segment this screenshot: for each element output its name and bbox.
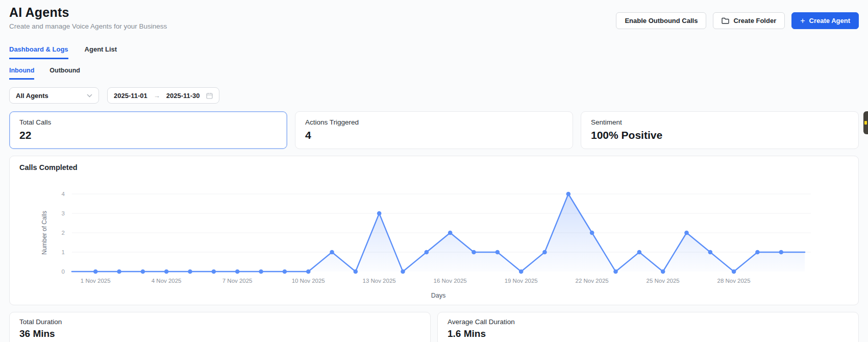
- main-tab-bar: Dashboard & Logs Agent List: [9, 45, 859, 59]
- feedback-edge-tab[interactable]: [863, 111, 868, 134]
- chart-point[interactable]: [188, 270, 192, 274]
- chart-point[interactable]: [519, 270, 524, 274]
- svg-text:28 Nov 2025: 28 Nov 2025: [717, 278, 751, 284]
- chart-point[interactable]: [566, 192, 571, 197]
- chart-point[interactable]: [353, 270, 358, 274]
- svg-text:10 Nov 2025: 10 Nov 2025: [292, 278, 325, 284]
- chart-point[interactable]: [425, 250, 429, 255]
- stat-label: Sentiment: [591, 118, 849, 126]
- tab-agent-list[interactable]: Agent List: [85, 45, 117, 59]
- svg-text:2: 2: [62, 230, 65, 236]
- svg-text:19 Nov 2025: 19 Nov 2025: [505, 278, 538, 284]
- chart-point[interactable]: [283, 270, 287, 274]
- chart-point[interactable]: [542, 250, 547, 255]
- svg-text:Days: Days: [431, 292, 445, 299]
- chart-point[interactable]: [613, 270, 618, 274]
- stat-card-average-call-duration[interactable]: Average Call Duration 1.6 Mins: [437, 312, 859, 342]
- stat-card-total-calls[interactable]: Total Calls 22: [9, 111, 287, 149]
- chart-point[interactable]: [117, 270, 121, 274]
- create-folder-button[interactable]: Create Folder: [713, 12, 785, 29]
- stat-label: Average Call Duration: [448, 318, 849, 326]
- subtab-inbound[interactable]: Inbound: [9, 67, 34, 80]
- chart-title: Calls Completed: [18, 163, 850, 172]
- svg-text:1: 1: [62, 249, 65, 255]
- svg-text:1 Nov 2025: 1 Nov 2025: [81, 278, 111, 284]
- arrow-right-icon: →: [154, 92, 160, 100]
- date-end-value: 2025-11-30: [166, 92, 200, 100]
- chart-point[interactable]: [590, 231, 594, 235]
- stat-value: 36 Mins: [19, 328, 420, 339]
- calendar-icon: [206, 92, 213, 99]
- create-agent-label: Create Agent: [809, 17, 850, 25]
- subtab-outbound[interactable]: Outbound: [49, 67, 80, 80]
- chart-point[interactable]: [164, 270, 169, 274]
- stat-value: 22: [19, 129, 277, 141]
- header-actions: Enable Outbound Calls Create Folder + Cr…: [616, 12, 859, 29]
- stat-label: Actions Triggered: [305, 118, 563, 126]
- stat-card-sentiment[interactable]: Sentiment 100% Positive: [581, 111, 859, 149]
- svg-text:3: 3: [62, 210, 65, 216]
- svg-text:7 Nov 2025: 7 Nov 2025: [222, 278, 253, 284]
- stat-label: Total Calls: [19, 118, 277, 126]
- stat-card-actions-triggered[interactable]: Actions Triggered 4: [295, 111, 573, 149]
- chart-point[interactable]: [93, 270, 98, 274]
- enable-outbound-calls-label: Enable Outbound Calls: [625, 17, 698, 25]
- chart-point[interactable]: [684, 231, 689, 235]
- sub-tab-bar: Inbound Outbound: [9, 67, 859, 80]
- stat-value: 1.6 Mins: [448, 328, 849, 339]
- create-agent-button[interactable]: + Create Agent: [791, 12, 859, 29]
- chart-point[interactable]: [306, 270, 311, 274]
- svg-text:4: 4: [62, 191, 65, 197]
- svg-text:25 Nov 2025: 25 Nov 2025: [647, 278, 680, 284]
- folder-icon: [722, 17, 729, 24]
- date-start-value: 2025-11-01: [114, 92, 147, 100]
- chart-point[interactable]: [330, 250, 334, 255]
- chart-point[interactable]: [472, 250, 476, 255]
- chart-point[interactable]: [235, 270, 240, 274]
- chart-point[interactable]: [259, 270, 263, 274]
- chart-point[interactable]: [401, 270, 405, 274]
- date-range-picker[interactable]: 2025-11-01 → 2025-11-30: [107, 87, 219, 104]
- chart-point[interactable]: [495, 250, 500, 255]
- svg-text:16 Nov 2025: 16 Nov 2025: [434, 278, 467, 284]
- stat-card-row: Total Calls 22 Actions Triggered 4 Senti…: [9, 111, 859, 149]
- chart-point[interactable]: [708, 250, 713, 255]
- chart-point[interactable]: [212, 270, 216, 274]
- calls-completed-chart[interactable]: 01234Number of Calls1 Nov 20254 Nov 2025…: [18, 172, 850, 302]
- stat-value: 4: [305, 129, 563, 141]
- ai-agents-page: AI Agents Create and manage Voice Agents…: [0, 0, 868, 342]
- create-folder-label: Create Folder: [733, 17, 776, 25]
- stat-card-total-duration[interactable]: Total Duration 36 Mins: [9, 312, 431, 342]
- feedback-dot-icon: [864, 121, 867, 125]
- plus-icon: +: [800, 17, 805, 25]
- tab-dashboard-logs[interactable]: Dashboard & Logs: [9, 45, 68, 59]
- chart-point[interactable]: [448, 231, 453, 235]
- filter-row: All Agents 2025-11-01 → 2025-11-30: [9, 87, 859, 104]
- chart-point[interactable]: [732, 270, 736, 274]
- duration-card-row: Total Duration 36 Mins Average Call Dura…: [9, 312, 859, 342]
- calls-completed-chart-card: Calls Completed 01234Number of Calls1 No…: [9, 156, 859, 305]
- stat-label: Total Duration: [19, 318, 420, 326]
- chevron-down-icon: [87, 94, 92, 97]
- chart-point[interactable]: [755, 250, 760, 255]
- chart-point[interactable]: [779, 250, 783, 255]
- agent-filter-value: All Agents: [16, 92, 48, 100]
- agent-filter-select[interactable]: All Agents: [9, 87, 99, 104]
- chart-point[interactable]: [141, 270, 145, 274]
- chart-point[interactable]: [661, 270, 665, 274]
- svg-text:13 Nov 2025: 13 Nov 2025: [363, 278, 396, 284]
- svg-text:4 Nov 2025: 4 Nov 2025: [152, 278, 182, 284]
- stat-value: 100% Positive: [591, 129, 849, 141]
- svg-text:Number of Calls: Number of Calls: [41, 211, 48, 255]
- svg-text:0: 0: [62, 268, 65, 275]
- chart-point[interactable]: [377, 211, 382, 216]
- enable-outbound-calls-button[interactable]: Enable Outbound Calls: [616, 12, 706, 29]
- chart-canvas[interactable]: 01234Number of Calls1 Nov 20254 Nov 2025…: [18, 172, 850, 302]
- svg-text:22 Nov 2025: 22 Nov 2025: [576, 278, 609, 284]
- chart-point[interactable]: [637, 250, 642, 255]
